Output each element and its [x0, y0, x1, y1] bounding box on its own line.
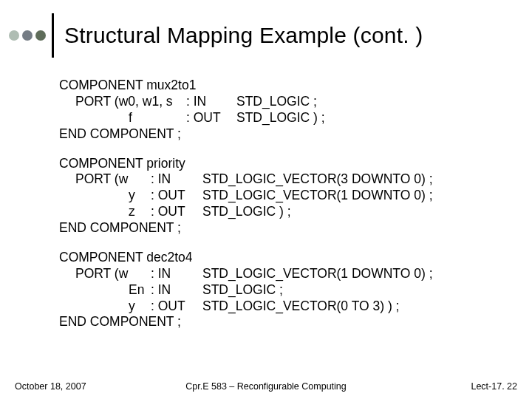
code-spacer [75, 282, 129, 299]
code-line: END COMPONENT ; [59, 220, 181, 236]
code-block-dec2to4: COMPONENT dec2to4 PORT (w : IN STD_LOGIC… [59, 250, 510, 330]
code-port-type: STD_LOGIC ) ; [202, 204, 291, 220]
footer-course: Cpr.E 583 – Reconfigurable Computing [15, 381, 517, 392]
slide-title: Structural Mapping Example (cont. ) [64, 23, 423, 48]
code-port-dir: : OUT [151, 188, 202, 204]
code-port-type: STD_LOGIC_VECTOR(0 TO 3) ) ; [202, 299, 399, 315]
code-port-name: PORT (w [75, 266, 151, 282]
code-port-dir: : IN [151, 266, 202, 282]
code-port-dir: : IN [186, 94, 236, 110]
vertical-divider-icon [52, 13, 54, 58]
code-port-dir: : IN [151, 171, 202, 188]
code-line: END COMPONENT ; [59, 314, 181, 330]
dot-icon [22, 30, 33, 41]
title-row: Structural Mapping Example (cont. ) [9, 13, 517, 58]
code-port-dir: : OUT [151, 204, 202, 220]
code-port-dir: : IN [151, 282, 202, 299]
code-port-type: STD_LOGIC_VECTOR(3 DOWNTO 0) ; [202, 171, 433, 188]
code-port-type: STD_LOGIC ; [202, 282, 283, 299]
slide: Structural Mapping Example (cont. ) COMP… [0, 0, 532, 399]
code-line: COMPONENT priority [59, 156, 185, 172]
code-port-type: STD_LOGIC_VECTOR(1 DOWNTO 0) ; [202, 266, 433, 282]
dot-icon [9, 30, 19, 41]
code-port-name: y [129, 299, 151, 315]
code-port-name: PORT (w0, w1, s [75, 94, 186, 110]
dot-icon [35, 30, 46, 41]
code-port-type: STD_LOGIC ) ; [236, 110, 325, 126]
code-port-name: PORT (w [75, 171, 151, 188]
code-line: COMPONENT dec2to4 [59, 250, 193, 266]
bullet-dots-icon [9, 30, 46, 41]
code-block-priority: COMPONENT priority PORT (w : IN STD_LOGI… [59, 156, 510, 236]
code-block-mux2to1: COMPONENT mux2to1 PORT (w0, w1, s : IN S… [59, 78, 510, 143]
code-line: END COMPONENT ; [59, 126, 181, 143]
code-port-dir: : OUT [151, 299, 202, 315]
code-port-name: z [129, 204, 151, 220]
code-port-type: STD_LOGIC_VECTOR(1 DOWNTO 0) ; [202, 188, 433, 204]
code-line: COMPONENT mux2to1 [59, 78, 196, 94]
code-port-dir: : OUT [186, 110, 236, 126]
code-port-type: STD_LOGIC ; [236, 94, 317, 110]
code-port-name: En [129, 282, 151, 299]
slide-body: COMPONENT mux2to1 PORT (w0, w1, s : IN S… [59, 78, 510, 344]
code-spacer [75, 299, 129, 315]
footer: October 18, 2007 Cpr.E 583 – Reconfigura… [15, 381, 517, 392]
code-spacer [75, 110, 129, 126]
code-spacer [75, 188, 129, 204]
code-port-name: f [129, 110, 186, 126]
code-port-name: y [129, 188, 151, 204]
code-spacer [75, 204, 129, 220]
